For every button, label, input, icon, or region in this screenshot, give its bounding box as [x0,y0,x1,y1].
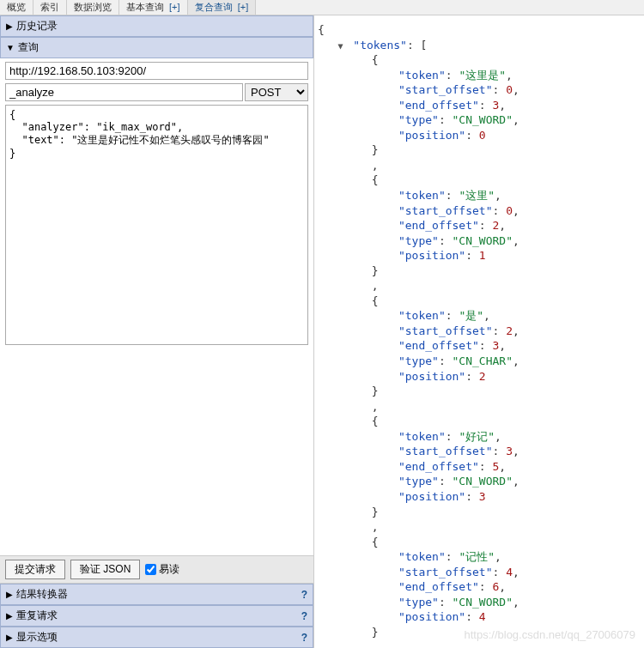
section-query[interactable]: ▼ 查询 [0,37,313,58]
url-input[interactable] [5,62,308,80]
section-result-transformer-label: 结果转换器 [16,587,301,602]
tab-bar: 概览索引数据浏览基本查询 [+]复合查询 [+] [0,0,644,15]
section-history[interactable]: ▶ 历史记录 [0,15,313,37]
tab-1[interactable]: 索引 [33,0,67,15]
tab-4[interactable]: 复合查询 [+] [188,0,257,15]
section-display-options[interactable]: ▶ 显示选项 ? [0,627,313,648]
readable-checkbox-label[interactable]: 易读 [145,562,179,577]
chevron-right-icon: ▶ [6,21,13,31]
body-textarea[interactable] [5,105,308,345]
section-history-label: 历史记录 [16,19,307,33]
tab-3[interactable]: 基本查询 [+] [119,0,188,15]
json-output: { ▼ "tokens": [ { "token": "这里是", "start… [318,22,641,648]
chevron-right-icon: ▶ [6,633,13,642]
help-icon[interactable]: ? [301,610,307,622]
method-select[interactable]: POST [245,83,308,101]
submit-button[interactable]: 提交请求 [5,560,65,579]
section-display-options-label: 显示选项 [16,630,301,645]
chevron-right-icon: ▶ [6,590,13,599]
help-icon[interactable]: ? [301,632,307,644]
tab-0[interactable]: 概览 [0,0,33,15]
left-panel: ▶ 历史记录 ▼ 查询 POST 提交请求 验证 JSON 易读 [0,15,314,648]
tab-2[interactable]: 数据浏览 [67,0,119,15]
watermark: https://blog.csdn.net/qq_27006079 [465,628,636,641]
section-repeat-request[interactable]: ▶ 重复请求 ? [0,605,313,627]
section-result-transformer[interactable]: ▶ 结果转换器 ? [0,584,313,605]
result-panel: { ▼ "tokens": [ { "token": "这里是", "start… [314,15,644,648]
section-query-label: 查询 [18,40,307,55]
chevron-down-icon: ▼ [6,43,15,52]
validate-json-button[interactable]: 验证 JSON [70,560,140,579]
help-icon[interactable]: ? [301,589,307,601]
path-input[interactable] [5,83,243,101]
section-repeat-request-label: 重复请求 [16,609,301,623]
readable-checkbox[interactable] [145,564,156,575]
chevron-right-icon: ▶ [6,611,13,621]
